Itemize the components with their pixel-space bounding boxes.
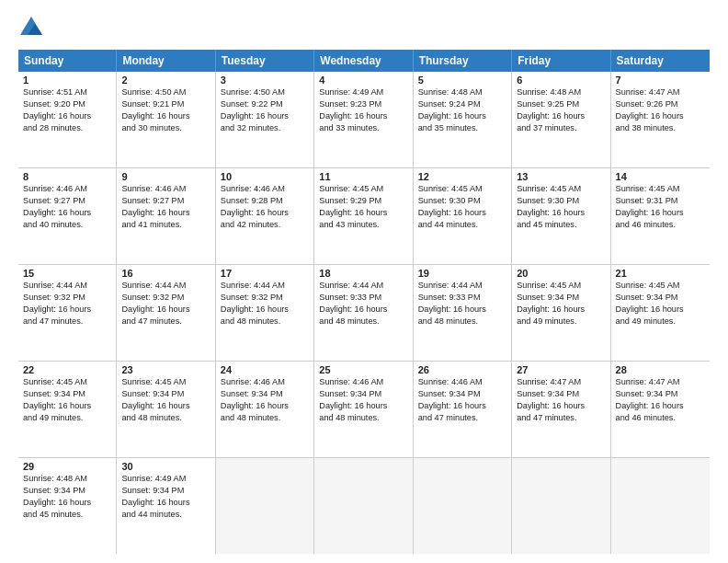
- day-number: 27: [517, 364, 605, 375]
- day-info: Sunrise: 4:45 AM: [121, 376, 210, 388]
- calendar-header-day: Tuesday: [216, 50, 314, 72]
- calendar-cell: 9Sunrise: 4:46 AMSunset: 9:27 PMDaylight…: [117, 168, 215, 264]
- calendar-header-day: Saturday: [611, 50, 710, 72]
- day-info: Daylight: 16 hours: [616, 207, 705, 219]
- day-info: Sunset: 9:32 PM: [121, 292, 210, 304]
- calendar-cell: 3Sunrise: 4:50 AMSunset: 9:22 PMDaylight…: [216, 72, 314, 167]
- calendar-cell: 20Sunrise: 4:45 AMSunset: 9:34 PMDayligh…: [512, 265, 610, 361]
- logo-icon: [18, 15, 44, 40]
- calendar-cell: 1Sunrise: 4:51 AMSunset: 9:20 PMDaylight…: [18, 72, 117, 167]
- calendar-cell: 17Sunrise: 4:44 AMSunset: 9:32 PMDayligh…: [216, 265, 314, 361]
- day-info: Sunrise: 4:51 AM: [23, 86, 111, 98]
- day-number: 16: [121, 268, 210, 279]
- day-info: Sunrise: 4:45 AM: [319, 183, 407, 195]
- day-number: 25: [319, 364, 407, 375]
- day-info: Sunrise: 4:45 AM: [418, 183, 506, 195]
- calendar-cell: 5Sunrise: 4:48 AMSunset: 9:24 PMDaylight…: [414, 72, 512, 167]
- day-info: Sunset: 9:26 PM: [616, 98, 705, 110]
- calendar-cell: 14Sunrise: 4:45 AMSunset: 9:31 PMDayligh…: [611, 168, 710, 264]
- day-info: Sunrise: 4:47 AM: [616, 86, 705, 98]
- day-info: Daylight: 16 hours: [418, 304, 506, 316]
- day-info: and 48 minutes.: [121, 412, 210, 424]
- day-info: Sunrise: 4:45 AM: [517, 183, 605, 195]
- day-info: Sunrise: 4:46 AM: [23, 183, 111, 195]
- day-info: and 48 minutes.: [221, 412, 309, 424]
- day-info: Daylight: 16 hours: [121, 497, 210, 509]
- day-info: Sunset: 9:34 PM: [319, 388, 407, 400]
- day-info: Sunset: 9:34 PM: [121, 485, 210, 497]
- day-info: Daylight: 16 hours: [319, 400, 407, 412]
- day-number: 6: [517, 75, 605, 86]
- day-info: and 40 minutes.: [23, 219, 111, 231]
- day-info: Sunrise: 4:45 AM: [23, 376, 111, 388]
- calendar-cell: 6Sunrise: 4:48 AMSunset: 9:25 PMDaylight…: [512, 72, 610, 167]
- day-info: Sunrise: 4:46 AM: [418, 376, 506, 388]
- day-info: Daylight: 16 hours: [517, 304, 605, 316]
- day-info: and 48 minutes.: [221, 316, 309, 327]
- day-number: 5: [418, 75, 506, 86]
- day-info: Sunset: 9:33 PM: [319, 292, 407, 304]
- day-info: and 44 minutes.: [418, 219, 506, 231]
- day-info: Daylight: 16 hours: [616, 304, 705, 316]
- day-number: 19: [418, 268, 506, 279]
- day-info: Sunrise: 4:50 AM: [121, 86, 210, 98]
- calendar-cell: 7Sunrise: 4:47 AMSunset: 9:26 PMDaylight…: [611, 72, 710, 167]
- calendar-cell: 24Sunrise: 4:46 AMSunset: 9:34 PMDayligh…: [216, 362, 314, 457]
- day-info: Sunset: 9:34 PM: [616, 388, 705, 400]
- day-number: 7: [616, 75, 705, 86]
- day-number: 22: [23, 364, 111, 375]
- day-info: Sunset: 9:32 PM: [23, 292, 111, 304]
- calendar-cell: [611, 458, 710, 554]
- day-info: Sunrise: 4:44 AM: [221, 280, 309, 292]
- calendar-cell: 10Sunrise: 4:46 AMSunset: 9:28 PMDayligh…: [216, 168, 314, 264]
- day-info: Daylight: 16 hours: [221, 304, 309, 316]
- day-info: and 45 minutes.: [23, 509, 111, 521]
- day-number: 4: [319, 75, 407, 86]
- calendar-header-day: Wednesday: [314, 50, 413, 72]
- calendar-cell: 4Sunrise: 4:49 AMSunset: 9:23 PMDaylight…: [314, 72, 413, 167]
- day-info: Daylight: 16 hours: [517, 207, 605, 219]
- day-info: Daylight: 16 hours: [418, 110, 506, 122]
- day-info: Daylight: 16 hours: [23, 110, 111, 122]
- day-number: 2: [121, 75, 210, 86]
- day-info: Sunrise: 4:44 AM: [319, 280, 407, 292]
- day-info: and 49 minutes.: [517, 316, 605, 327]
- calendar-cell: 18Sunrise: 4:44 AMSunset: 9:33 PMDayligh…: [314, 265, 413, 361]
- day-info: Sunset: 9:34 PM: [23, 388, 111, 400]
- day-info: Daylight: 16 hours: [517, 110, 605, 122]
- day-info: Sunrise: 4:48 AM: [23, 473, 111, 485]
- day-info: and 38 minutes.: [616, 122, 705, 134]
- day-info: Daylight: 16 hours: [517, 400, 605, 412]
- day-info: Sunset: 9:34 PM: [221, 388, 309, 400]
- page: SundayMondayTuesdayWednesdayThursdayFrid…: [0, 0, 728, 563]
- calendar-cell: 8Sunrise: 4:46 AMSunset: 9:27 PMDaylight…: [18, 168, 117, 264]
- day-info: Daylight: 16 hours: [121, 207, 210, 219]
- day-info: Sunset: 9:29 PM: [319, 195, 407, 207]
- day-info: Sunset: 9:21 PM: [121, 98, 210, 110]
- day-info: and 47 minutes.: [121, 316, 210, 327]
- day-info: Sunset: 9:34 PM: [23, 485, 111, 497]
- day-info: and 33 minutes.: [319, 122, 407, 134]
- day-info: Daylight: 16 hours: [23, 497, 111, 509]
- calendar-cell: 13Sunrise: 4:45 AMSunset: 9:30 PMDayligh…: [512, 168, 610, 264]
- day-number: 11: [319, 171, 407, 182]
- day-info: and 44 minutes.: [121, 509, 210, 521]
- calendar-header: SundayMondayTuesdayWednesdayThursdayFrid…: [18, 50, 710, 72]
- day-info: and 43 minutes.: [319, 219, 407, 231]
- calendar-week-row: 15Sunrise: 4:44 AMSunset: 9:32 PMDayligh…: [18, 265, 710, 362]
- calendar-header-day: Thursday: [414, 50, 512, 72]
- day-info: and 30 minutes.: [121, 122, 210, 134]
- day-number: 30: [121, 461, 210, 472]
- day-info: and 41 minutes.: [121, 219, 210, 231]
- day-number: 10: [221, 171, 309, 182]
- calendar-cell: 16Sunrise: 4:44 AMSunset: 9:32 PMDayligh…: [117, 265, 215, 361]
- day-number: 13: [517, 171, 605, 182]
- day-info: and 47 minutes.: [23, 316, 111, 327]
- header: [18, 15, 710, 40]
- day-info: Daylight: 16 hours: [121, 400, 210, 412]
- day-info: Sunrise: 4:47 AM: [517, 376, 605, 388]
- day-number: 17: [221, 268, 309, 279]
- day-number: 20: [517, 268, 605, 279]
- day-info: and 48 minutes.: [418, 316, 506, 327]
- calendar-header-day: Monday: [117, 50, 215, 72]
